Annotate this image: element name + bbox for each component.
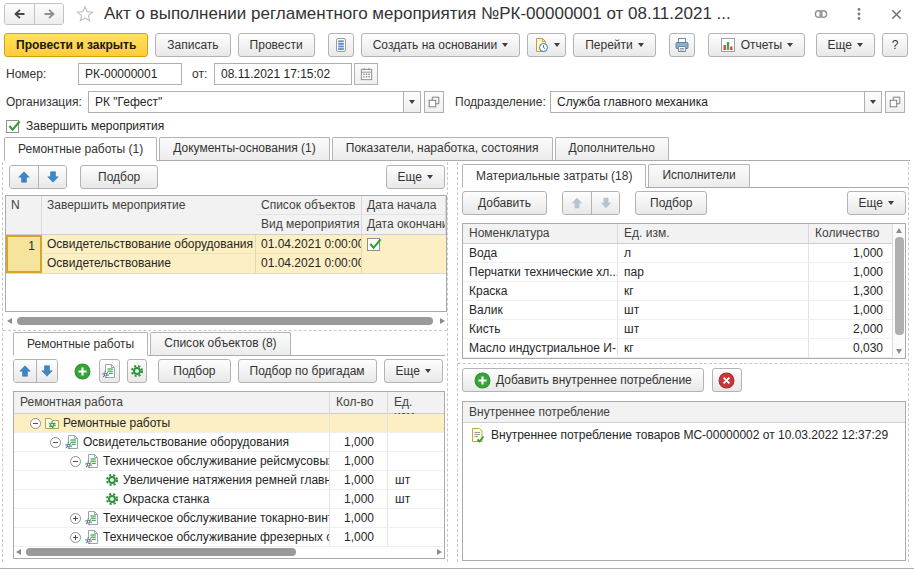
delete-consumption-button[interactable]: [712, 368, 742, 392]
print-button[interactable]: [669, 33, 695, 57]
qty-cell: 1,000: [330, 452, 388, 470]
more-button[interactable]: Еще: [816, 33, 875, 57]
materials-pick-button[interactable]: Подбор: [635, 191, 707, 215]
date-start-cell[interactable]: 01.04.2021 0:00:00: [256, 235, 362, 254]
consumption-list: Внутреннее потребление Внутреннее потреб…: [462, 401, 906, 561]
scroll-up-icon[interactable]: [896, 228, 902, 233]
tab-additional[interactable]: Дополнительно: [555, 137, 669, 160]
tree-row[interactable]: Техническое обслуживание рейсмусовых... …: [14, 452, 444, 471]
qty-cell: 1,000: [330, 433, 388, 451]
table-row[interactable]: Кистьшт2,000: [463, 320, 892, 339]
scroll-right-icon[interactable]: [437, 549, 442, 555]
row-complete-checkbox[interactable]: [367, 238, 380, 251]
post-button[interactable]: Провести: [238, 33, 315, 57]
scrollbar-thumb[interactable]: [895, 237, 904, 335]
tab-material-costs[interactable]: Материальные затраты (18): [462, 164, 646, 188]
table-row[interactable]: Краскакг1,300: [463, 282, 892, 301]
move-up-button[interactable]: [10, 166, 38, 188]
collapse-icon[interactable]: [30, 418, 41, 429]
move-down-button[interactable]: [591, 192, 619, 214]
materials-vertical-scrollbar[interactable]: [892, 224, 905, 358]
go-to-button[interactable]: Перейти: [573, 33, 656, 57]
date-field[interactable]: 08.11.2021 17:15:02: [214, 63, 352, 85]
scroll-down-icon[interactable]: [896, 349, 902, 354]
calendar-button[interactable]: [354, 63, 378, 85]
scroll-left-icon[interactable]: [7, 318, 12, 324]
reports-button[interactable]: Отчеты: [708, 33, 805, 57]
create-based-on-button[interactable]: Создать на основании: [361, 33, 521, 57]
works-horizontal-scrollbar[interactable]: [16, 548, 442, 557]
tab-works-objects[interactable]: Список объектов (8): [150, 332, 290, 355]
tree-row[interactable]: Ремонтные работы: [14, 414, 444, 433]
materials-more-button[interactable]: Еще: [847, 191, 906, 215]
scroll-left-icon[interactable]: [16, 549, 21, 555]
complete-events-checkbox[interactable]: [6, 120, 19, 133]
tree-row[interactable]: Увеличение натяжения ремней главн... 1,0…: [14, 471, 444, 490]
organization-open-button[interactable]: [424, 91, 444, 113]
table-row[interactable]: Перчатки технические хл...пар1,000: [463, 263, 892, 282]
chevron-down-icon: [554, 43, 560, 47]
tab-performers[interactable]: Исполнители: [648, 164, 749, 187]
tab-indicators[interactable]: Показатели, наработка, состояния: [332, 137, 553, 160]
department-open-button[interactable]: [885, 91, 905, 113]
scrollbar-thumb[interactable]: [26, 548, 296, 556]
date-end-cell[interactable]: 01.04.2021 0:00:00: [256, 254, 362, 273]
forward-button[interactable]: [34, 4, 63, 24]
list-item[interactable]: Внутреннее потребление товаров МС-000000…: [463, 423, 905, 447]
expand-icon[interactable]: [70, 532, 81, 543]
works-tree-header: Ремонтная работа Кол-во Ед. изм.: [14, 392, 444, 414]
register-records-button[interactable]: [328, 33, 354, 57]
link-icon[interactable]: [813, 6, 829, 22]
number-field[interactable]: РК-00000001: [78, 63, 182, 85]
add-material-button[interactable]: Добавить: [462, 191, 547, 215]
pick-button[interactable]: Подбор: [80, 165, 158, 189]
events-horizontal-scrollbar[interactable]: [7, 317, 445, 326]
scroll-right-icon[interactable]: [440, 318, 445, 324]
document-journal-button[interactable]: [527, 33, 566, 57]
collapse-icon[interactable]: [50, 437, 61, 448]
pick-by-brigades-button[interactable]: Подбор по бригадам: [238, 359, 377, 383]
post-and-close-button[interactable]: Провести и закрыть: [4, 33, 148, 57]
dropdown-button[interactable]: [403, 91, 421, 113]
move-down-button[interactable]: [36, 360, 58, 382]
department-combo[interactable]: Служба главного механика: [550, 91, 882, 113]
tree-row[interactable]: Окраска станка 1,000 шт: [14, 490, 444, 509]
tab-base-documents[interactable]: Документы-основания (1): [159, 137, 330, 160]
tree-row[interactable]: Техническое обслуживание фрезерных с... …: [14, 528, 444, 547]
expand-icon[interactable]: [70, 513, 81, 524]
help-button[interactable]: ?: [882, 33, 908, 57]
table-row[interactable]: Масло индустриальное И-...кг0,030: [463, 339, 892, 358]
dropdown-button[interactable]: [864, 91, 882, 113]
objects-cell[interactable]: Освидетельствование оборудования: [42, 235, 256, 254]
works-pick-button[interactable]: Подбор: [158, 359, 230, 383]
tab-works-repair[interactable]: Ремонтные работы: [13, 332, 148, 356]
add-button[interactable]: [73, 359, 92, 383]
works-more-button[interactable]: Еще: [384, 359, 443, 383]
kebab-menu-icon[interactable]: [851, 6, 867, 22]
organization-combo[interactable]: РК "Гефест": [88, 91, 421, 113]
move-up-button[interactable]: [14, 360, 36, 382]
tree-row[interactable]: Техническое обслуживание токарно-винт...…: [14, 509, 444, 528]
table-row[interactable]: 1 Освидетельствование оборудования 01.04…: [6, 235, 446, 274]
close-icon[interactable]: [889, 7, 904, 22]
write-button[interactable]: Записать: [155, 33, 230, 57]
complete-cell: [362, 235, 446, 254]
table-row[interactable]: Водал1,000: [463, 244, 892, 263]
row-number-cell[interactable]: 1: [6, 235, 42, 273]
add-work-button[interactable]: [99, 359, 120, 383]
add-operation-button[interactable]: [127, 359, 148, 383]
tab-repair-works[interactable]: Ремонтные работы (1): [4, 137, 157, 161]
favorite-star-button[interactable]: [76, 5, 94, 23]
events-more-button[interactable]: Еще: [386, 165, 445, 189]
back-button[interactable]: [5, 4, 34, 24]
move-up-button[interactable]: [563, 192, 591, 214]
scrollbar-thumb[interactable]: [17, 317, 433, 325]
qty-cell: 1,000: [330, 490, 388, 508]
event-kind-cell[interactable]: Освидетельствование: [42, 254, 256, 273]
table-row[interactable]: Валикшт1,000: [463, 301, 892, 320]
tree-row[interactable]: Освидетельствование оборудования 1,000: [14, 433, 444, 452]
add-consumption-button[interactable]: Добавить внутреннее потребление: [462, 368, 704, 392]
move-down-button[interactable]: [38, 166, 66, 188]
collapse-icon[interactable]: [70, 456, 81, 467]
materials-panel: Материальные затраты (18) Исполнители До…: [457, 162, 909, 562]
